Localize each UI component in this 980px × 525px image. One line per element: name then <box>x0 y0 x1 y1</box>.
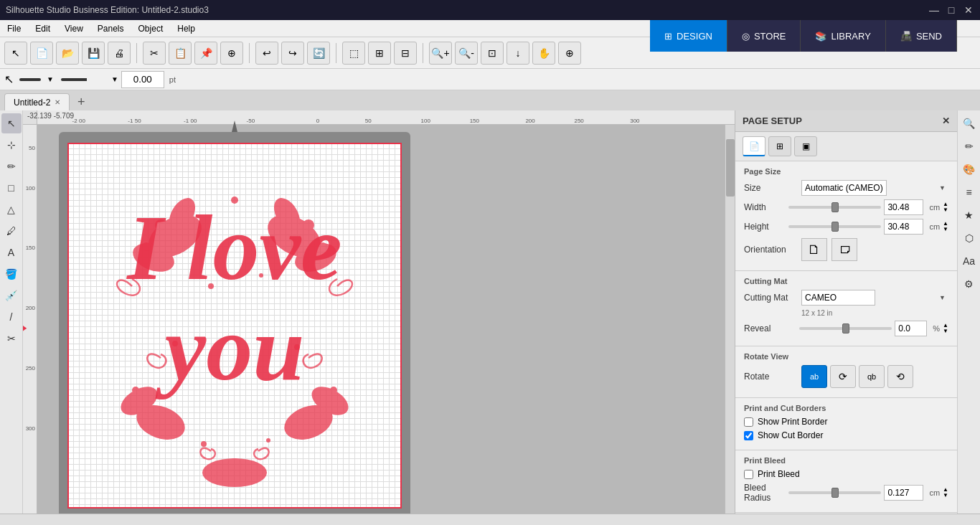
menu-panels[interactable]: Panels <box>90 20 131 37</box>
polygon-tool-button[interactable]: △ <box>1 199 22 219</box>
show-cut-border-checkbox[interactable] <box>744 431 753 440</box>
arrow-tool-button[interactable]: ↖ <box>1 113 22 133</box>
eyedropper-button[interactable]: 💉 <box>1 285 22 306</box>
vertical-scrollbar[interactable] <box>725 125 735 515</box>
group-button[interactable]: ⊞ <box>368 42 391 65</box>
width-input[interactable] <box>884 199 923 215</box>
right-icon-edit[interactable]: ✏ <box>959 136 979 156</box>
cut-button[interactable]: ✂ <box>143 42 166 65</box>
minimize-button[interactable]: — <box>928 4 940 16</box>
tab-add-button[interactable]: + <box>72 93 90 110</box>
zoom-out-button[interactable]: 🔍- <box>455 42 478 65</box>
menu-help[interactable]: Help <box>170 20 202 37</box>
paste-button[interactable]: 📌 <box>194 42 217 65</box>
right-icon-text[interactable]: Aa <box>959 251 979 271</box>
select-tool-button[interactable]: ↖ <box>4 42 27 65</box>
page-setup-close-icon[interactable]: ✕ <box>942 115 950 126</box>
tab-display[interactable]: ▣ <box>794 136 817 156</box>
add-page-button[interactable]: ⊕ <box>558 42 581 65</box>
svg-point-30 <box>172 341 178 346</box>
right-icon-hex[interactable]: ⬡ <box>959 228 979 248</box>
right-icon-color[interactable]: 🎨 <box>959 159 979 179</box>
bleed-radius-down-button[interactable]: ▼ <box>943 493 948 498</box>
right-icon-zoom[interactable]: 🔍 <box>959 113 979 133</box>
height-down-button[interactable]: ▼ <box>943 227 948 232</box>
reveal-input[interactable] <box>895 321 927 336</box>
svg-point-11 <box>303 219 314 231</box>
text-tool-button[interactable]: A <box>1 242 22 262</box>
select-all-button[interactable]: ⬚ <box>342 42 365 65</box>
stroke-value-input[interactable]: 0.00 <box>121 71 164 88</box>
rotate-0-button[interactable]: ab <box>801 365 827 388</box>
repeat-button[interactable]: 🔄 <box>307 42 330 65</box>
menu-file[interactable]: File <box>0 20 28 37</box>
reveal-slider[interactable] <box>799 327 892 330</box>
fill-tool-button[interactable]: 🪣 <box>1 264 22 284</box>
menu-object[interactable]: Object <box>131 20 171 37</box>
portrait-icon: 🗋 <box>808 242 821 257</box>
rotate-180-button[interactable]: qb <box>859 365 885 388</box>
draw-tool-button[interactable]: ✏ <box>1 156 22 176</box>
stroke-dropdown-2-icon[interactable]: ▼ <box>111 75 118 83</box>
right-icon-lines[interactable]: ≡ <box>959 182 979 202</box>
svg-point-24 <box>214 472 222 481</box>
tab-untitled2[interactable]: Untitled-2 ✕ <box>4 93 70 110</box>
pen-tool-button[interactable]: 🖊 <box>1 221 22 241</box>
nav-send[interactable]: 📠 SEND <box>886 20 957 52</box>
cutting-mat-section: Cutting Mat Cutting Mat CAMEO CAMEO 12x2… <box>735 271 957 346</box>
nav-library[interactable]: 📚 LIBRARY <box>801 20 885 52</box>
width-slider[interactable] <box>788 206 881 209</box>
zoom-in-button[interactable]: 🔍+ <box>429 42 452 65</box>
portrait-button[interactable]: 🗋 <box>801 238 827 261</box>
copy-button[interactable]: 📋 <box>169 42 192 65</box>
bleed-radius-control: cm ▲ ▼ <box>788 485 948 501</box>
nav-design[interactable]: ⊞ DESIGN <box>650 20 727 52</box>
move-down-button[interactable]: ↓ <box>507 42 529 65</box>
reveal-row: Reveal % ▲ ▼ <box>744 321 948 336</box>
title-bar: Silhouette Studio Business Edition: Unti… <box>0 0 980 20</box>
tab-grid[interactable]: ⊞ <box>768 136 791 156</box>
width-down-button[interactable]: ▼ <box>943 207 948 213</box>
right-icon-gear[interactable]: ⚙ <box>959 274 979 294</box>
print-bleed-checkbox[interactable] <box>744 470 753 479</box>
maximize-button[interactable]: □ <box>946 4 957 16</box>
size-select[interactable]: Automatic (CAMEO) Letter A4 Custom <box>801 180 887 196</box>
page-setup-panel: PAGE SETUP ✕ 📄 ⊞ ▣ Page Size Size Automa… <box>735 110 957 525</box>
new-button[interactable]: 📄 <box>30 42 53 65</box>
stroke-dropdown-icon[interactable]: ▼ <box>47 75 54 83</box>
cutting-mat-select[interactable]: CAMEO CAMEO 12x24 in None <box>801 290 875 306</box>
bleed-radius-slider[interactable] <box>788 491 881 494</box>
nav-store[interactable]: ◎ STORE <box>727 20 801 52</box>
rotate-90-button[interactable]: ⟳ <box>830 365 856 388</box>
eraser-button[interactable]: / <box>1 307 22 327</box>
zoom-fit-button[interactable]: ⊡ <box>481 42 504 65</box>
reveal-down-button[interactable]: ▼ <box>943 328 948 334</box>
page-setup-header: PAGE SETUP ✕ <box>735 110 957 132</box>
stroke-style-selector[interactable] <box>19 78 41 81</box>
shape-tool-button[interactable]: □ <box>1 178 22 198</box>
ungroup-button[interactable]: ⊟ <box>394 42 417 65</box>
crop-button[interactable]: ✂ <box>1 328 22 349</box>
tab-close-icon[interactable]: ✕ <box>55 98 60 106</box>
rotate-270-button[interactable]: ⟲ <box>887 365 913 388</box>
print-button[interactable]: 🖨 <box>108 42 131 65</box>
node-edit-button[interactable]: ⊹ <box>1 135 22 155</box>
undo-button[interactable]: ↩ <box>255 42 278 65</box>
landscape-button[interactable]: 🗋 <box>831 238 857 261</box>
save-button[interactable]: 💾 <box>82 42 105 65</box>
height-slider[interactable] <box>788 225 881 228</box>
height-input[interactable] <box>884 219 923 235</box>
menu-edit[interactable]: Edit <box>28 20 57 37</box>
mat-surface[interactable]: I love you <box>67 143 402 509</box>
canvas-area[interactable]: -2 00 -1 50 -1 00 -50 0 50 100 150 200 2… <box>23 110 735 525</box>
close-button[interactable]: ✕ <box>963 4 974 16</box>
tab-page[interactable]: 📄 <box>743 136 765 156</box>
redo-button[interactable]: ↪ <box>281 42 304 65</box>
pan-button[interactable]: ✋ <box>532 42 555 65</box>
right-icon-star[interactable]: ★ <box>959 205 979 225</box>
paste-in-place-button[interactable]: ⊕ <box>220 42 243 65</box>
bleed-radius-input[interactable] <box>884 485 923 501</box>
menu-view[interactable]: View <box>57 20 90 37</box>
open-button[interactable]: 📂 <box>56 42 79 65</box>
show-print-border-checkbox[interactable] <box>744 417 753 427</box>
